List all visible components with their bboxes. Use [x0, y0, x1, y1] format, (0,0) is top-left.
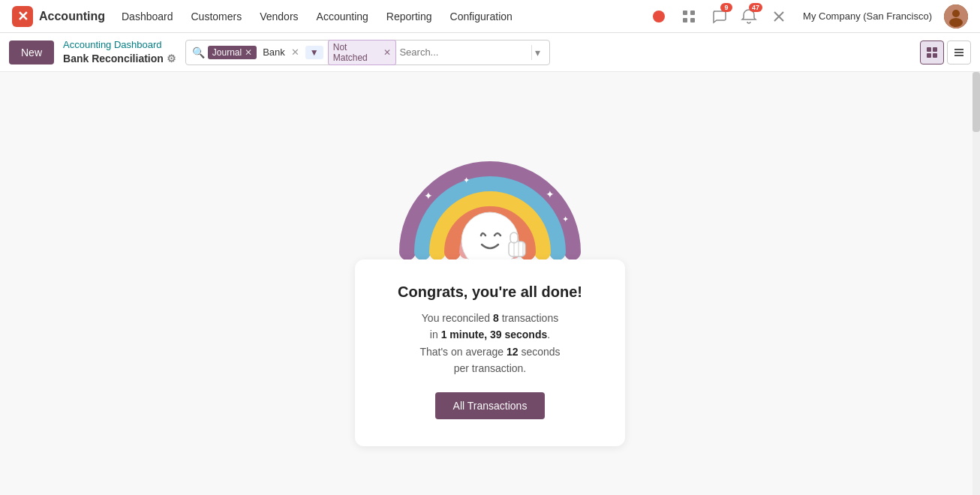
svg-rect-25 [510, 232, 518, 243]
congrats-time: 1 minute, 39 seconds [441, 328, 548, 340]
record-icon [652, 10, 666, 23]
breadcrumb-parent[interactable]: Accounting Dashboard [63, 39, 176, 52]
journal-filter-close[interactable]: ✕ [245, 47, 252, 58]
nav-item-vendors[interactable]: Vendors [252, 6, 305, 27]
svg-text:✦: ✦ [562, 214, 569, 224]
apps-btn[interactable] [677, 4, 701, 28]
svg-rect-12 [927, 47, 931, 52]
view-toggle [920, 40, 971, 64]
congrats-line1-prefix: You reconciled [422, 312, 493, 324]
nav-right: 9 47 My Company (San Francisco) [647, 4, 968, 28]
nav-item-accounting[interactable]: Accounting [309, 6, 376, 27]
toolbar: New Accounting Dashboard Bank Reconcilia… [0, 33, 980, 72]
svg-point-11 [949, 18, 963, 27]
svg-point-2 [653, 10, 665, 22]
main-content: ✦ ✦ ✦ ✦ Congrats, [0, 72, 980, 495]
journal-filter-tag[interactable]: Journal ✕ [208, 46, 257, 59]
svg-text:✦: ✦ [463, 176, 470, 184]
nav-logo-text: Accounting [39, 10, 105, 23]
close-icon [772, 10, 786, 23]
funnel-icon: ▼ [310, 47, 319, 58]
record-btn[interactable] [647, 4, 671, 28]
svg-rect-6 [690, 18, 695, 22]
congrats-line3-suffix: seconds [519, 346, 561, 358]
breadcrumb-current: Bank Reconciliation [63, 52, 164, 65]
congrats-line3-prefix: That's on average [419, 346, 507, 358]
nav-item-dashboard[interactable]: Dashboard [114, 6, 181, 27]
svg-rect-4 [690, 10, 695, 15]
rainbow-illustration: ✦ ✦ ✦ ✦ [385, 117, 595, 267]
svg-text:✦: ✦ [424, 190, 433, 202]
not-matched-filter-label: Not Matched [333, 42, 381, 63]
svg-rect-15 [933, 53, 937, 58]
svg-rect-5 [683, 18, 687, 22]
svg-point-10 [952, 10, 960, 17]
search-input[interactable] [399, 46, 525, 58]
top-nav: ✕ Accounting Dashboard Customers Vendors… [0, 0, 980, 33]
close-btn[interactable] [767, 4, 791, 28]
kanban-icon [926, 46, 938, 58]
all-transactions-button[interactable]: All Transactions [435, 392, 546, 419]
filter-funnel[interactable]: ▼ [305, 46, 323, 59]
notifications-badge: 47 [749, 3, 762, 12]
avatar-icon [944, 4, 968, 28]
congrats-line2-prefix: in [430, 328, 441, 340]
congrats-line1-suffix: transactions [499, 312, 558, 324]
user-avatar[interactable] [944, 4, 968, 28]
svg-rect-13 [933, 47, 937, 52]
apps-icon [681, 9, 696, 24]
nav-item-reporting[interactable]: Reporting [379, 6, 440, 27]
breadcrumb: Accounting Dashboard Bank Reconciliation… [63, 39, 176, 65]
nav-item-configuration[interactable]: Configuration [443, 6, 520, 27]
journal-filter-label: Journal [212, 47, 242, 58]
nav-item-customers[interactable]: Customers [184, 6, 250, 27]
messages-badge: 9 [720, 3, 732, 12]
congrats-container: ✦ ✦ ✦ ✦ Congrats, [355, 117, 625, 446]
messages-btn[interactable]: 9 [707, 4, 731, 28]
svg-text:✦: ✦ [546, 188, 555, 200]
svg-text:✕: ✕ [17, 9, 29, 24]
congrats-text: You reconciled 8 transactions in 1 minut… [391, 310, 589, 377]
congrats-transactions: 8 [493, 312, 499, 324]
notifications-btn[interactable]: 47 [737, 4, 761, 28]
kanban-view-btn[interactable] [920, 40, 944, 64]
congrats-line4: per transaction. [454, 362, 527, 374]
search-icon: 🔍 [192, 46, 205, 58]
nav-logo[interactable]: ✕ Accounting [12, 6, 105, 27]
congrats-avg: 12 [507, 346, 519, 358]
not-matched-filter-tag[interactable]: Not Matched ✕ [328, 40, 397, 65]
svg-rect-14 [927, 53, 931, 58]
settings-icon[interactable]: ⚙ [167, 52, 176, 65]
congrats-title: Congrats, you're all done! [391, 284, 589, 301]
scrollbar-thumb[interactable] [972, 72, 980, 132]
list-view-btn[interactable] [947, 40, 971, 64]
svg-rect-3 [683, 10, 687, 15]
not-matched-filter-close[interactable]: ✕ [383, 47, 391, 58]
congrats-line2-suffix: . [547, 328, 550, 340]
new-button[interactable]: New [9, 40, 54, 64]
scrollbar[interactable] [972, 72, 980, 495]
search-bar: 🔍 Journal ✕ Bank ✕ ▼ Not Matched ✕ ▾ [185, 40, 551, 65]
company-selector[interactable]: My Company (San Francisco) [797, 8, 938, 25]
search-dropdown-btn[interactable]: ▾ [531, 45, 543, 60]
logo-icon: ✕ [12, 6, 33, 27]
congrats-card: Congrats, you're all done! You reconcile… [355, 260, 625, 446]
list-icon [953, 46, 965, 58]
journal-filter-value: Bank [260, 46, 288, 58]
